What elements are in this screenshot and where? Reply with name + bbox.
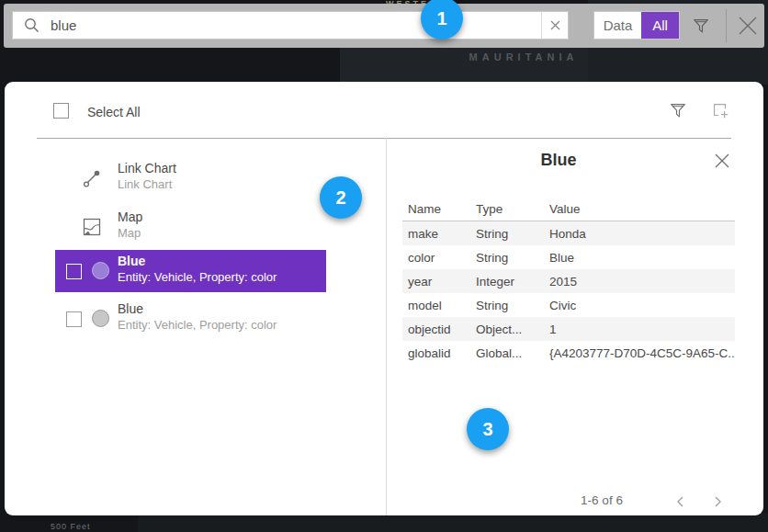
results-filter-button[interactable]: [668, 100, 688, 120]
result-title: Blue: [118, 254, 145, 268]
result-item-blue-selected[interactable]: Blue Entity: Vehicle, Property: color: [55, 250, 326, 292]
column-header-name: Name: [402, 202, 476, 216]
result-subtitle: Link Chart: [118, 177, 172, 191]
table-row: color String Blue: [402, 245, 735, 269]
result-subtitle: Entity: Vehicle, Property: color: [118, 270, 277, 284]
toolbar-filter-button[interactable]: [691, 16, 711, 36]
table-header-row: Name Type Value: [402, 198, 735, 221]
attr-name: model: [402, 299, 476, 312]
table-row: model String Civic: [402, 293, 735, 317]
pagination-range-label: 1-6 of 6: [556, 493, 648, 507]
add-frame-icon: [710, 100, 730, 120]
add-to-selection-button[interactable]: [710, 100, 730, 120]
attr-type: String: [476, 299, 549, 312]
column-header-value: Value: [549, 202, 735, 216]
toggle-option-data[interactable]: Data: [594, 12, 641, 39]
column-header-type: Type: [476, 202, 549, 216]
result-item-blue[interactable]: Blue Entity: Vehicle, Property: color: [55, 298, 326, 340]
result-subtitle: Entity: Vehicle, Property: color: [118, 318, 277, 332]
attr-value: {A4203777-D70D-4C5C-9A65-C...: [549, 346, 735, 360]
map-label-mauritania: MAURITANIA: [413, 51, 634, 62]
result-title: Link Chart: [118, 161, 176, 175]
close-icon: [714, 153, 730, 169]
table-row: make String Honda: [402, 221, 735, 245]
attr-name: color: [402, 251, 476, 265]
result-title: Map: [118, 209, 142, 224]
attr-type: Object...: [476, 323, 549, 336]
result-checkbox[interactable]: [66, 264, 82, 279]
attr-type: Integer: [476, 275, 549, 289]
search-toolbar: Data All: [4, 4, 764, 48]
annotation-badge-3: 3: [467, 408, 509, 450]
map-icon: [82, 217, 102, 237]
toggle-option-all[interactable]: All: [641, 12, 679, 39]
attr-name: make: [402, 227, 476, 241]
entity-circle-icon: [92, 310, 109, 327]
link-chart-icon: [82, 168, 102, 188]
result-subtitle: Map: [118, 226, 141, 240]
pagination-previous-button[interactable]: [675, 495, 686, 508]
attr-type: String: [476, 251, 549, 265]
attr-value: 2015: [549, 275, 735, 289]
search-results-dialog: Select All Link Chart Link Chart: [5, 82, 763, 515]
annotation-badge-2: 2: [320, 176, 362, 219]
attr-name: globalid: [402, 346, 476, 360]
data-all-toggle: Data All: [593, 11, 680, 40]
link-analysis-search-screen: { "map": { "label_top": "WESTER", "label…: [0, 0, 768, 532]
table-row: objectid Object... 1: [402, 317, 735, 341]
map-land-shape: [138, 513, 768, 532]
result-checkbox[interactable]: [66, 311, 82, 327]
chevron-right-icon: [712, 495, 723, 508]
table-row: year Integer 2015: [402, 269, 735, 293]
toolbar-divider: [726, 9, 727, 42]
select-all-label: Select All: [87, 105, 141, 119]
toolbar-close-button[interactable]: [735, 13, 761, 39]
select-all-checkbox[interactable]: [53, 103, 69, 119]
detail-panel-title: Blue: [386, 151, 731, 170]
pagination-next-button[interactable]: [712, 495, 723, 508]
result-item-map[interactable]: Map Map: [55, 206, 326, 248]
chevron-left-icon: [675, 495, 686, 508]
attributes-table: Name Type Value make String Honda color …: [402, 198, 735, 365]
search-clear-button[interactable]: [541, 11, 569, 40]
header-divider: [37, 138, 731, 139]
attr-type: Global...: [476, 346, 549, 360]
close-icon: [550, 20, 560, 30]
close-icon: [735, 13, 761, 39]
attr-name: year: [402, 275, 476, 289]
result-title: Blue: [118, 301, 143, 316]
attr-value: 1: [549, 323, 735, 336]
result-item-link-chart[interactable]: Link Chart Link Chart: [55, 157, 326, 199]
funnel-icon: [691, 16, 711, 36]
panel-divider: [386, 138, 387, 515]
attr-value: Blue: [549, 251, 735, 265]
funnel-icon: [668, 100, 688, 120]
entity-circle-icon: [92, 262, 109, 279]
search-icon: [24, 17, 40, 33]
table-row: globalid Global... {A4203777-D70D-4C5C-9…: [402, 341, 735, 365]
attr-name: objectid: [402, 323, 476, 336]
attr-value: Honda: [549, 227, 735, 241]
map-scale-label: 500 Feet: [51, 522, 91, 531]
attr-type: String: [476, 227, 549, 241]
detail-close-button[interactable]: [714, 153, 732, 171]
attr-value: Civic: [549, 299, 735, 312]
